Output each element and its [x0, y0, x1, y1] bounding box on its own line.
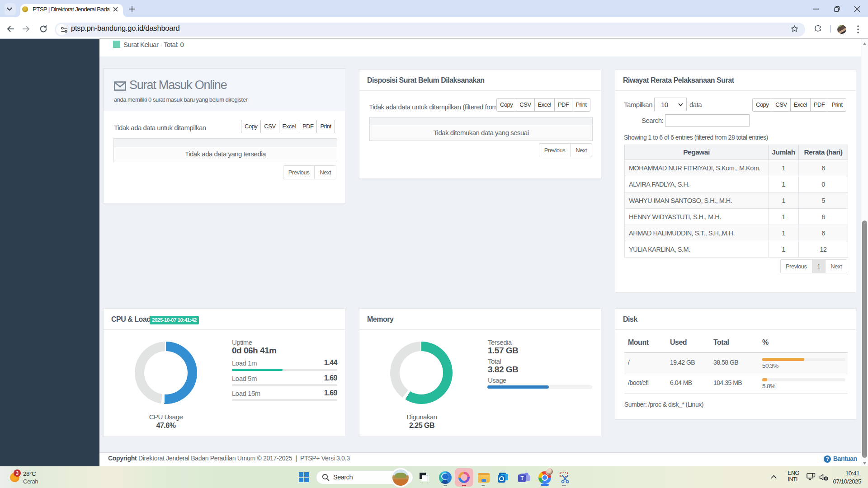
svg-text:?: ?	[826, 456, 829, 462]
